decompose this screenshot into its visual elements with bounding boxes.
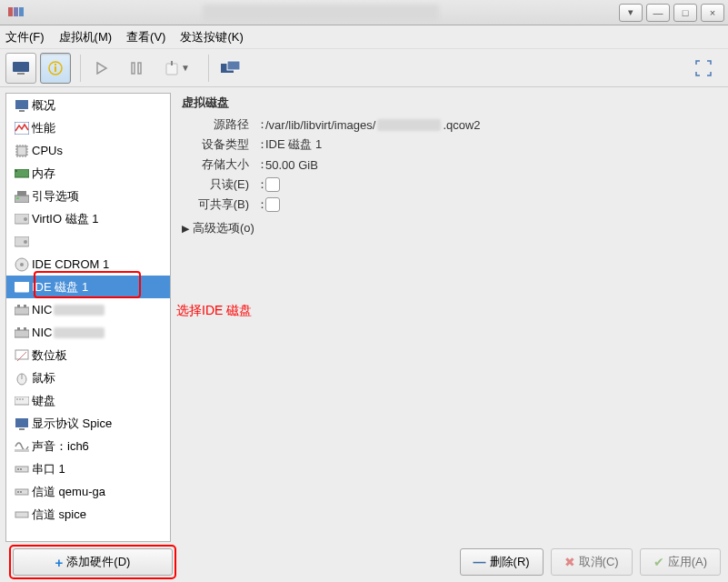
sidebar-item-6[interactable] bbox=[6, 230, 170, 253]
fullscreen-button[interactable] bbox=[688, 53, 719, 84]
storage-size-label: 存储大小 bbox=[182, 156, 256, 173]
hw-icon bbox=[12, 465, 32, 474]
shutdown-button[interactable]: ▼ bbox=[155, 53, 199, 84]
remove-button[interactable]: —删除(R) bbox=[460, 548, 544, 576]
sidebar-item-16[interactable]: 串口 1 bbox=[6, 457, 170, 480]
maximize-button[interactable]: □ bbox=[673, 4, 697, 22]
svg-rect-6 bbox=[55, 64, 56, 65]
svg-point-27 bbox=[24, 240, 27, 244]
sidebar-item-15[interactable]: 声音：ich6 bbox=[6, 435, 170, 457]
svg-rect-46 bbox=[15, 418, 28, 427]
sidebar-item-4[interactable]: 引导选项 bbox=[6, 185, 170, 207]
sidebar-item-label: CPUs bbox=[32, 144, 63, 157]
sidebar-item-5[interactable]: VirtIO 磁盘 1 bbox=[6, 207, 170, 230]
svg-point-54 bbox=[20, 491, 22, 493]
svg-rect-35 bbox=[15, 330, 29, 337]
readonly-label: 只读(E) bbox=[182, 176, 256, 193]
svg-rect-48 bbox=[15, 449, 29, 452]
svg-point-50 bbox=[17, 468, 19, 470]
svg-rect-37 bbox=[24, 327, 26, 330]
sidebar-item-label: 声音：ich6 bbox=[32, 438, 89, 455]
dropdown-button[interactable]: ▾ bbox=[619, 4, 643, 22]
sidebar-item-18[interactable]: 信道 spice bbox=[6, 503, 170, 526]
check-icon: ✔ bbox=[653, 555, 664, 569]
menubar: 文件(F) 虚拟机(M) 查看(V) 发送按键(K) bbox=[0, 25, 728, 49]
hw-icon bbox=[12, 236, 32, 247]
sidebar-item-label: 信道 qemu-ga bbox=[32, 484, 105, 500]
menu-file[interactable]: 文件(F) bbox=[5, 29, 45, 45]
console-button[interactable] bbox=[5, 53, 36, 84]
sidebar-item-7[interactable]: IDE CDROM 1 bbox=[6, 253, 170, 276]
sidebar-item-label: 数位板 bbox=[32, 347, 67, 364]
svg-rect-34 bbox=[24, 305, 26, 307]
sidebar-item-13[interactable]: 键盘 bbox=[6, 389, 170, 412]
details-button[interactable] bbox=[40, 53, 71, 84]
sidebar-item-17[interactable]: 信道 qemu-ga bbox=[6, 480, 170, 503]
sidebar-item-8[interactable]: IDE 磁盘 1 bbox=[6, 276, 170, 298]
menu-view[interactable]: 查看(V) bbox=[126, 29, 165, 45]
hw-icon bbox=[12, 371, 32, 386]
svg-point-31 bbox=[24, 286, 27, 289]
pause-button[interactable] bbox=[121, 53, 152, 84]
title-redacted bbox=[25, 5, 615, 21]
footer: + 添加硬件(D) —删除(R) ✖取消(C) ✔应用(A) bbox=[0, 542, 728, 582]
hw-icon bbox=[12, 441, 32, 452]
hw-icon bbox=[12, 144, 32, 158]
cancel-button[interactable]: ✖取消(C) bbox=[551, 548, 633, 576]
advanced-options-toggle[interactable]: ▶ 高级选项(o) bbox=[182, 220, 717, 236]
minimize-button[interactable]: — bbox=[646, 4, 670, 22]
sidebar-item-label: IDE CDROM 1 bbox=[32, 257, 109, 271]
svg-rect-7 bbox=[55, 66, 56, 72]
readonly-checkbox[interactable] bbox=[265, 177, 280, 192]
svg-point-53 bbox=[17, 491, 19, 493]
svg-rect-15 bbox=[15, 100, 28, 109]
hw-icon bbox=[12, 487, 32, 497]
menu-vm[interactable]: 虚拟机(M) bbox=[59, 29, 113, 45]
apply-button[interactable]: ✔应用(A) bbox=[640, 548, 721, 576]
svg-rect-36 bbox=[17, 327, 20, 330]
sidebar-item-2[interactable]: CPUs bbox=[6, 139, 170, 162]
menu-sendkey[interactable]: 发送按键(K) bbox=[180, 29, 243, 45]
sidebar-item-1[interactable]: 性能 bbox=[6, 116, 170, 139]
svg-rect-47 bbox=[19, 428, 25, 430]
svg-rect-18 bbox=[17, 146, 26, 156]
toolbar: ▼ bbox=[0, 49, 728, 87]
details-panel: 虚拟磁盘 源路径： /var/lib/libvirt/images/.qcow2… bbox=[171, 87, 728, 542]
close-button[interactable]: × bbox=[701, 4, 724, 22]
titlebar: ▾ — □ × bbox=[0, 0, 728, 25]
svg-rect-45 bbox=[22, 398, 24, 400]
sidebar-item-label: 串口 1 bbox=[32, 461, 65, 477]
sidebar-item-0[interactable]: 概况 bbox=[6, 94, 170, 116]
sidebar-item-10[interactable]: NIC bbox=[6, 321, 170, 344]
sidebar-item-12[interactable]: 鼠标 bbox=[6, 366, 170, 389]
svg-rect-16 bbox=[19, 110, 25, 112]
hw-icon bbox=[12, 327, 32, 338]
sidebar-item-14[interactable]: 显示协议 Spice bbox=[6, 412, 170, 435]
hw-icon bbox=[12, 282, 32, 293]
snapshots-button[interactable] bbox=[214, 53, 245, 84]
sidebar-item-9[interactable]: NIC bbox=[6, 298, 170, 321]
svg-rect-32 bbox=[15, 307, 29, 315]
shareable-label: 可共享(B) bbox=[182, 196, 256, 213]
svg-rect-9 bbox=[132, 63, 135, 74]
svg-rect-44 bbox=[19, 398, 21, 400]
minus-icon: — bbox=[474, 555, 486, 569]
sidebar-item-label: 信道 spice bbox=[32, 507, 86, 523]
plus-icon: + bbox=[55, 555, 64, 570]
sidebar-item-label: 引导选项 bbox=[32, 188, 79, 205]
cancel-icon: ✖ bbox=[564, 555, 575, 569]
hw-icon bbox=[12, 510, 32, 519]
add-hardware-button[interactable]: + 添加硬件(D) bbox=[13, 548, 173, 576]
sidebar-item-3[interactable]: 内存 bbox=[6, 162, 170, 185]
svg-rect-33 bbox=[17, 305, 20, 307]
sidebar-item-label: NIC bbox=[32, 303, 52, 316]
svg-rect-55 bbox=[15, 512, 28, 517]
shareable-checkbox[interactable] bbox=[265, 197, 280, 212]
svg-point-29 bbox=[20, 263, 24, 266]
source-path-label: 源路径 bbox=[182, 116, 256, 133]
svg-rect-22 bbox=[17, 191, 26, 196]
device-type-label: 设备类型 bbox=[182, 136, 256, 153]
svg-rect-2 bbox=[19, 7, 24, 16]
sidebar-item-11[interactable]: 数位板 bbox=[6, 344, 170, 366]
run-button[interactable] bbox=[86, 53, 117, 84]
